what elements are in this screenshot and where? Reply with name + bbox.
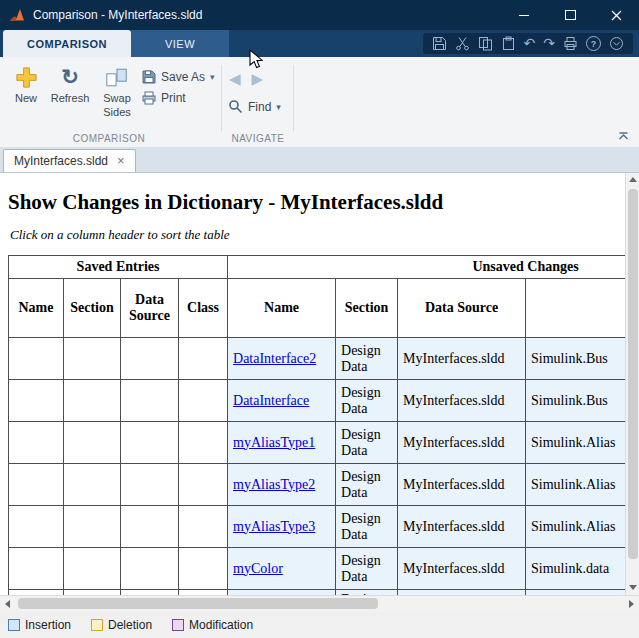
find-button[interactable]: Find ▾	[228, 99, 281, 114]
column-header-saved-section[interactable]: Section	[64, 279, 121, 338]
scroll-left-arrow[interactable]	[5, 600, 10, 608]
find-label: Find	[248, 100, 271, 114]
legend-modification: Modification	[172, 618, 253, 632]
vertical-scrollbar[interactable]	[625, 172, 639, 595]
entry-link[interactable]: myAliasType2	[233, 477, 315, 492]
title-bar: Comparison - MyInterfaces.sldd	[0, 0, 639, 30]
deletion-swatch-icon	[91, 619, 103, 631]
cell-saved-class	[179, 506, 228, 548]
table-row: myAliasType1 Design Data MyInterfaces.sl…	[9, 422, 626, 464]
horizontal-scroll-thumb[interactable]	[18, 598, 378, 609]
cell-saved-section	[64, 422, 121, 464]
cell-class: Simulink.Alias	[526, 422, 625, 464]
scroll-up-arrow[interactable]	[629, 177, 637, 182]
cell-data-source: MyInterfaces.sldd	[398, 464, 526, 506]
new-icon	[14, 64, 39, 90]
back-button[interactable]: ◀	[229, 70, 241, 88]
table-row: myAliasType2 Design Data MyInterfaces.sl…	[9, 464, 626, 506]
small-button-column: Save As ▾ Print	[142, 70, 215, 105]
entry-link[interactable]: myColor	[233, 561, 283, 576]
cell-saved-class	[179, 422, 228, 464]
cell-section: Design Data	[336, 338, 398, 380]
quick-access-toolbar: ↶ ↷ ?	[423, 33, 633, 54]
save-as-button[interactable]: Save As ▾	[142, 70, 215, 84]
chevron-down-icon: ▾	[276, 102, 281, 112]
cell-data-source: MyInterfaces.sldd	[398, 338, 526, 380]
ribbon-options-icon[interactable]	[609, 36, 624, 51]
table-row: DataInterface Design Data MyInterfaces.s…	[9, 380, 626, 422]
document-tab-bar: MyInterfaces.sldd ×	[0, 147, 639, 173]
column-header-saved-class[interactable]: Class	[179, 279, 228, 338]
forward-button[interactable]: ▶	[252, 70, 264, 88]
help-icon[interactable]: ?	[586, 36, 601, 51]
close-button[interactable]	[593, 0, 639, 30]
print-button[interactable]: Print	[142, 91, 215, 105]
new-button[interactable]: New	[8, 64, 44, 104]
unsaved-changes-header: Unsaved Changes	[228, 256, 625, 279]
paste-icon[interactable]	[501, 36, 516, 51]
column-header-unsaved-section[interactable]: Section	[336, 279, 398, 338]
cell-data-source: MyInterfaces.sldd	[398, 506, 526, 548]
minimize-button[interactable]	[501, 0, 547, 30]
collapse-ribbon-button[interactable]	[617, 129, 630, 142]
entry-link[interactable]: myAliasType3	[233, 519, 315, 534]
entry-link[interactable]: DataInterface2	[233, 351, 316, 366]
cell-saved-name	[9, 338, 64, 380]
save-as-icon	[142, 70, 156, 84]
print-label: Print	[161, 91, 186, 105]
scroll-down-arrow[interactable]	[629, 585, 637, 590]
report-subtitle: Click on a column header to sort the tab…	[10, 227, 625, 243]
cell-name: myAliasType2	[228, 464, 336, 506]
document-tab[interactable]: MyInterfaces.sldd ×	[3, 149, 136, 172]
refresh-button[interactable]: ↻ Refresh	[47, 64, 93, 104]
save-as-label: Save As	[161, 70, 205, 84]
cell-saved-data-source	[121, 548, 179, 590]
table-row: DataInterface2 Design Data MyInterfaces.…	[9, 338, 626, 380]
tab-comparison[interactable]: COMPARISON	[3, 30, 131, 57]
save-icon[interactable]	[432, 36, 447, 51]
cell-saved-section	[64, 380, 121, 422]
window-controls	[501, 0, 639, 30]
scroll-right-arrow[interactable]	[629, 600, 634, 608]
maximize-button[interactable]	[547, 0, 593, 30]
cell-saved-data-source	[121, 338, 179, 380]
print-icon[interactable]	[563, 36, 578, 51]
redo-icon[interactable]: ↷	[543, 37, 555, 50]
cell-name: myAliasType1	[228, 422, 336, 464]
swap-label-line2: Sides	[103, 106, 131, 118]
chevron-down-icon: ▾	[210, 72, 215, 82]
ribbon-tab-strip: COMPARISON VIEW ↶ ↷ ?	[0, 30, 639, 57]
cell-saved-section	[64, 464, 121, 506]
entry-link[interactable]: myAliasType1	[233, 435, 315, 450]
navigate-arrows: ◀ ▶	[229, 70, 263, 88]
tab-close-icon[interactable]: ×	[117, 155, 125, 167]
cell-data-source: MyInterfaces.sldd	[398, 380, 526, 422]
cell-saved-class	[179, 464, 228, 506]
window-title: Comparison - MyInterfaces.sldd	[33, 8, 202, 22]
swap-sides-button[interactable]: Swap Sides	[96, 64, 138, 118]
column-header-unsaved-class[interactable]	[526, 279, 625, 338]
column-header-unsaved-data-source[interactable]: Data Source	[398, 279, 526, 338]
column-header-saved-data-source[interactable]: Data Source	[121, 279, 179, 338]
close-icon	[611, 10, 622, 21]
comparison-group-label: COMPARISON	[0, 133, 218, 144]
copy-icon[interactable]	[478, 36, 493, 51]
group-separator	[293, 65, 294, 131]
vertical-scroll-thumb[interactable]	[628, 189, 638, 559]
undo-icon[interactable]: ↶	[524, 37, 536, 50]
group-separator	[221, 65, 222, 131]
legend-deletion: Deletion	[91, 618, 152, 632]
entry-link[interactable]: DataInterface	[233, 393, 309, 408]
maximize-icon	[565, 10, 576, 20]
cut-icon[interactable]	[455, 36, 470, 51]
column-header-unsaved-name[interactable]: Name	[228, 279, 336, 338]
cell-class: Simulink.Alias	[526, 464, 625, 506]
tab-view[interactable]: VIEW	[131, 30, 229, 57]
column-header-saved-name[interactable]: Name	[9, 279, 64, 338]
cell-name: myAliasType3	[228, 506, 336, 548]
swap-label-line1: Swap	[103, 92, 131, 104]
legend-modification-label: Modification	[189, 618, 253, 632]
cell-section: Design Data	[336, 506, 398, 548]
swap-sides-icon	[105, 64, 129, 90]
cell-name: myColor	[228, 548, 336, 590]
